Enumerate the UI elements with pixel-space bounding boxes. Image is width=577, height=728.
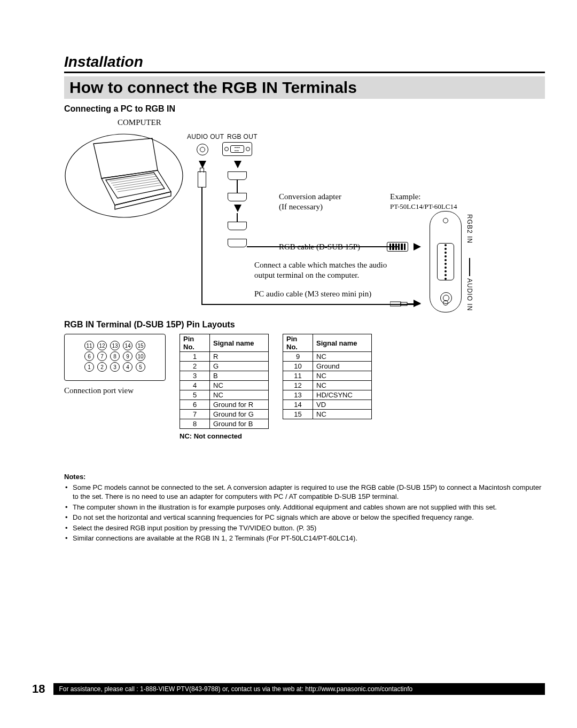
caption-pc-audio-cable: PC audio cable (M3 stereo mini pin) xyxy=(254,289,371,299)
pin-row-top: 11 12 13 14 15 xyxy=(71,341,159,350)
note-item: Select the desired RGB input position by… xyxy=(73,523,545,533)
arrow-down-icon xyxy=(234,161,241,168)
connector-icon xyxy=(228,193,247,201)
page-title: How to connect the RGB IN Terminals xyxy=(69,79,540,97)
cable-line xyxy=(201,304,414,305)
pin-table-left: Pin No. Signal name 1R 2G 3B 4NC 5NC 6Gr… xyxy=(180,334,269,429)
label-audio-out: AUDIO OUT xyxy=(187,133,224,140)
dsub-connector-icon xyxy=(387,242,408,252)
page-footer: 18 For assistance, please call : 1-888-V… xyxy=(32,682,545,696)
cable-line xyxy=(237,213,238,222)
label-computer: COMPUTER xyxy=(118,118,161,127)
connector-diagram: 11 12 13 14 15 6 7 8 9 10 1 2 3 4 5 Conn… xyxy=(64,334,166,395)
label-rgb2-in: RGB2 IN xyxy=(466,214,473,244)
connector-icon xyxy=(228,239,247,247)
page-number: 18 xyxy=(32,682,45,696)
svg-rect-7 xyxy=(390,302,401,306)
arrow-right-icon xyxy=(414,243,421,251)
arrow-right-icon xyxy=(414,300,421,307)
th-pin-no: Pin No. xyxy=(283,334,313,352)
caption-connect-audio: Connect a cable which matches the audio … xyxy=(254,260,409,280)
note-item: The computer shown in the illustration i… xyxy=(73,503,545,512)
laptop-illustration xyxy=(64,128,184,224)
footer-assistance-bar: For assistance, please call : 1-888-VIEW… xyxy=(53,683,545,695)
pin-row-bot: 1 2 3 4 5 xyxy=(71,362,159,372)
audio-in-jack-icon xyxy=(440,292,452,304)
connection-diagram: COMPUTER AUDIO OUT RGB OUT ••••••••• xyxy=(64,118,545,316)
caption-example-models: PT-50LC14/PT-60LC14 xyxy=(390,202,457,211)
notes-section: Notes: Some PC models cannot be connecte… xyxy=(64,472,545,543)
dsub-port-icon: ••••••••• xyxy=(222,142,252,156)
note-item: Similar connections are available at the… xyxy=(73,534,545,543)
audio-plug-icon xyxy=(198,171,206,187)
caption-rgb-cable: RGB cable (D-SUB 15P) xyxy=(279,242,360,252)
caption-example: Example: xyxy=(390,192,420,202)
note-item: Do not set the horizontal and vertical s… xyxy=(73,513,545,522)
section-heading: Installation xyxy=(64,53,545,73)
caption-conversion-adapter: Conversion adapter (If necessary) xyxy=(279,192,341,212)
svg-point-0 xyxy=(65,134,183,217)
subhead-connecting: Connecting a PC to RGB IN xyxy=(64,104,545,114)
label-rgb-out: RGB OUT xyxy=(227,133,258,140)
nc-note: NC: Not connected xyxy=(180,432,269,440)
separator-line xyxy=(469,258,470,276)
arrow-down-icon xyxy=(234,205,241,212)
connector-icon xyxy=(228,222,247,230)
dsub-socket-icon xyxy=(437,243,454,280)
svg-rect-8 xyxy=(401,302,407,306)
th-signal: Signal name xyxy=(210,334,269,352)
notes-title: Notes: xyxy=(64,472,545,482)
title-box: How to connect the RGB IN Terminals xyxy=(64,76,545,99)
arrow-down-icon xyxy=(199,161,206,168)
cable-line xyxy=(201,187,202,305)
subhead-pin-layouts: RGB IN Terminal (D-SUB 15P) Pin Layouts xyxy=(64,320,545,330)
th-signal: Signal name xyxy=(313,334,372,352)
connector-caption: Connection port view xyxy=(64,386,166,395)
th-pin-no: Pin No. xyxy=(180,334,210,352)
note-item: Some PC models cannot be connected to th… xyxy=(73,483,545,502)
screw-icon xyxy=(443,218,448,223)
audio-jack-icon xyxy=(197,144,208,155)
pin-table-right: Pin No. Signal name 9NC 10Ground 11NC 12… xyxy=(283,334,372,419)
label-audio-in: AUDIO IN xyxy=(466,278,473,311)
pin-row-mid: 6 7 8 9 10 xyxy=(71,351,159,361)
connector-icon xyxy=(228,171,247,180)
cable-line xyxy=(237,180,238,193)
